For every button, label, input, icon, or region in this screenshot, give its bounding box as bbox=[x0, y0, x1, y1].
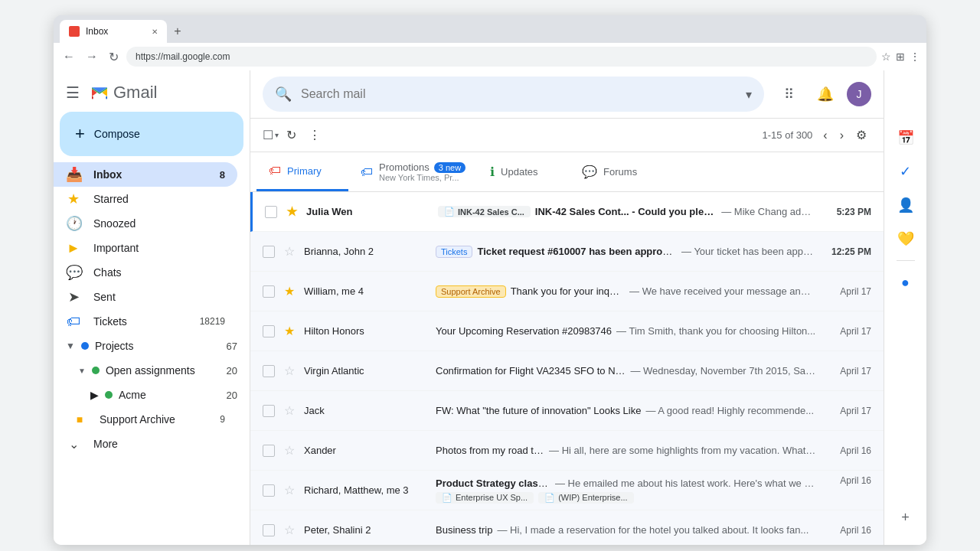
row-checkbox[interactable] bbox=[263, 445, 275, 457]
row-checkbox[interactable] bbox=[263, 246, 275, 258]
notifications-button[interactable]: 🔔 bbox=[810, 79, 841, 109]
sidebar-item-more[interactable]: ⌄ More bbox=[54, 432, 237, 456]
email-row[interactable]: ☆ Richard, Matthew, me 3 Product Strateg… bbox=[250, 471, 884, 510]
back-button[interactable]: ← bbox=[60, 47, 78, 67]
email-row[interactable]: ☆ Brianna, John 2 Tickets Ticket request… bbox=[250, 232, 884, 272]
keep-icon: 💛 bbox=[897, 230, 914, 247]
row-star[interactable]: ★ bbox=[286, 204, 297, 219]
more-label: More bbox=[93, 438, 225, 450]
email-row[interactable]: ☆ Peter, Shalini 2 Business trip — Hi, I… bbox=[250, 510, 884, 545]
sidebar-item-chats[interactable]: 💬 Chats bbox=[54, 260, 237, 285]
gear-icon: ⚙ bbox=[856, 128, 867, 142]
avatar[interactable]: J bbox=[847, 82, 871, 106]
forums-tab-label: Forums bbox=[603, 166, 637, 178]
email-snippet: — We have received your message and ... bbox=[629, 285, 816, 297]
email-toolbar: ☐ ▾ ↻ ⋮ 1-15 of 300 ‹ › bbox=[250, 119, 884, 152]
prev-page-button[interactable]: ‹ bbox=[818, 124, 831, 147]
row-star[interactable]: ☆ bbox=[284, 364, 295, 378]
refresh-button[interactable]: ↻ bbox=[282, 123, 301, 147]
calendar-sidebar-button[interactable]: 📅 bbox=[890, 122, 921, 153]
tab-updates[interactable]: ℹ Updates bbox=[478, 152, 570, 191]
sidebar-item-important[interactable]: ► Important bbox=[54, 236, 237, 260]
email-row[interactable]: ★ William, me 4 Support Archive Thank yo… bbox=[250, 272, 884, 311]
compose-button[interactable]: + Compose bbox=[60, 112, 243, 156]
sidebar-item-sent[interactable]: ➤ Sent bbox=[54, 285, 237, 309]
email-time: April 16 bbox=[825, 525, 871, 536]
page-info: 1-15 of 300 bbox=[763, 129, 813, 141]
row-star[interactable]: ★ bbox=[284, 284, 295, 298]
menu-icon[interactable]: ⋮ bbox=[910, 51, 920, 63]
row-star[interactable]: ☆ bbox=[284, 523, 295, 537]
sidebar-item-snoozed[interactable]: 🕐 Snoozed bbox=[54, 211, 237, 236]
email-row[interactable]: ★ Hilton Honors Your Upcoming Reservatio… bbox=[250, 311, 884, 351]
sender-name: Jack bbox=[304, 405, 426, 416]
sidebar-divider bbox=[897, 260, 915, 261]
chip-label: INK-42 Sales C... bbox=[458, 207, 524, 217]
tasks-sidebar-button[interactable]: ✓ bbox=[890, 156, 921, 187]
reload-button[interactable]: ↻ bbox=[106, 47, 122, 67]
inbox-badge: 8 bbox=[220, 169, 225, 181]
projects-item[interactable]: ▼ Projects 67 bbox=[54, 334, 250, 358]
search-bar[interactable]: 🔍 ▾ bbox=[263, 77, 764, 112]
sidebar-item-tickets[interactable]: 🏷 Tickets 18219 bbox=[54, 309, 237, 334]
sender-name: Julia Wen bbox=[306, 206, 429, 217]
forward-button[interactable]: → bbox=[83, 47, 101, 67]
url-bar[interactable]: https://mail.google.com bbox=[126, 47, 877, 67]
updates-tab-icon: ℹ bbox=[490, 165, 495, 179]
row-checkbox[interactable] bbox=[265, 206, 277, 218]
add-sidebar-button[interactable]: + bbox=[890, 502, 921, 533]
primary-tab-icon: 🏷 bbox=[269, 164, 281, 178]
tag-badge: Tickets bbox=[436, 246, 472, 258]
email-row[interactable]: ☆ Jack FW: What "the future of innovatio… bbox=[250, 391, 884, 431]
search-dropdown-icon[interactable]: ▾ bbox=[746, 87, 752, 102]
apps-button[interactable]: ⠿ bbox=[773, 79, 804, 109]
important-label: Important bbox=[93, 242, 225, 254]
sidebar-item-support-archive[interactable]: ■ Support Archive 9 bbox=[54, 407, 237, 432]
bookmark-icon[interactable]: ☆ bbox=[881, 51, 891, 63]
tab-primary[interactable]: 🏷 Primary bbox=[256, 152, 348, 191]
refresh-icon: ↻ bbox=[286, 128, 296, 142]
email-time: April 17 bbox=[825, 286, 871, 297]
row-star[interactable]: ★ bbox=[284, 324, 295, 338]
settings-button[interactable]: ⚙ bbox=[851, 123, 871, 147]
search-input[interactable] bbox=[301, 87, 737, 101]
row-checkbox[interactable] bbox=[263, 484, 275, 497]
row-checkbox[interactable] bbox=[263, 285, 275, 298]
tickets-label: Tickets bbox=[93, 315, 188, 328]
row-star[interactable]: ☆ bbox=[284, 483, 295, 497]
contacts-sidebar-button[interactable]: 👤 bbox=[890, 190, 921, 220]
tab-forums[interactable]: 💬 Forums bbox=[570, 152, 662, 191]
row-star[interactable]: ☆ bbox=[284, 443, 295, 458]
promotions-tab-icon: 🏷 bbox=[361, 165, 373, 179]
dropdown-arrow-icon: ▾ bbox=[275, 131, 279, 139]
tab-close-button[interactable]: ✕ bbox=[152, 28, 158, 36]
new-tab-button[interactable]: + bbox=[168, 22, 187, 41]
browser-tab[interactable]: Inbox ✕ bbox=[60, 20, 167, 43]
svg-rect-0 bbox=[92, 96, 93, 99]
open-assignments-item[interactable]: ▼ Open assignments 20 bbox=[54, 358, 250, 383]
support-archive-label: Support Archive bbox=[100, 413, 207, 425]
email-row[interactable]: ☆ Virgin Atlantic Confirmation for Fligh… bbox=[250, 351, 884, 391]
gmail-app-name: Gmail bbox=[113, 83, 157, 103]
row-star[interactable]: ☆ bbox=[284, 244, 295, 259]
row-checkbox[interactable] bbox=[263, 524, 275, 536]
tab-title: Inbox bbox=[86, 26, 108, 37]
hamburger-menu[interactable]: ☰ bbox=[66, 83, 80, 102]
keep-sidebar-button[interactable]: 💛 bbox=[890, 223, 921, 254]
extensions-icon[interactable]: ⊞ bbox=[896, 51, 905, 63]
row-checkbox[interactable] bbox=[263, 365, 275, 377]
email-row[interactable]: ★ Julia Wen 📄 INK-42 Sales C... INK-42 S… bbox=[250, 192, 884, 232]
sidebar-item-inbox[interactable]: 📥 Inbox 8 bbox=[54, 162, 237, 187]
sidebar-item-starred[interactable]: ★ Starred bbox=[54, 187, 237, 211]
row-checkbox[interactable] bbox=[263, 405, 275, 417]
more-options-button[interactable]: ⋮ bbox=[304, 123, 325, 147]
row-checkbox[interactable] bbox=[263, 325, 275, 337]
select-all-button[interactable]: ☐ ▾ bbox=[263, 128, 279, 142]
main-content: 🔍 ▾ ⠿ 🔔 J bbox=[250, 70, 884, 545]
next-page-button[interactable]: › bbox=[835, 124, 848, 147]
acme-item[interactable]: ▶ Acme 20 bbox=[54, 383, 250, 407]
tab-promotions[interactable]: 🏷 Promotions 3 new New York Times, Pr... bbox=[348, 152, 478, 191]
email-subject: Thank you for your inquiry bbox=[511, 285, 625, 297]
email-row[interactable]: ☆ Xander Photos from my road trip — Hi a… bbox=[250, 431, 884, 471]
row-star[interactable]: ☆ bbox=[284, 403, 295, 418]
